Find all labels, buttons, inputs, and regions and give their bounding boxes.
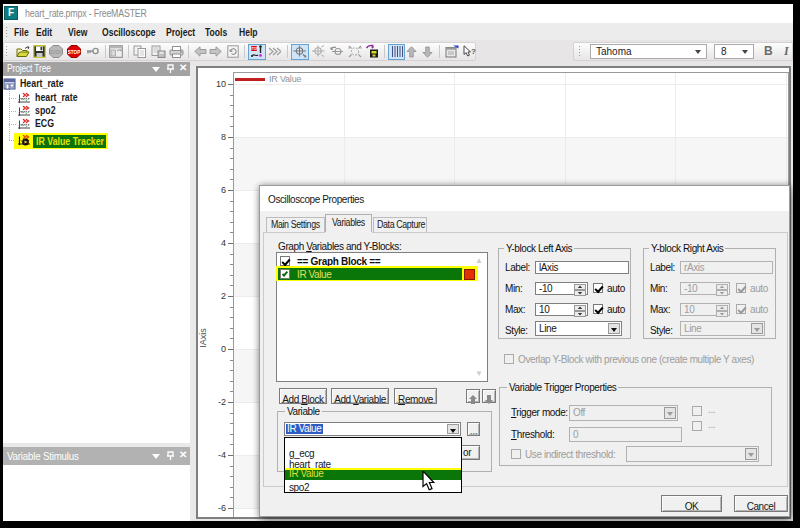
svg-text:x: x (360, 45, 362, 50)
svg-text:GO!: GO! (50, 49, 61, 55)
svg-text:STOP: STOP (68, 50, 80, 55)
svg-text:x: x (348, 45, 350, 50)
svg-text:?: ? (471, 47, 476, 56)
svg-text:STOP: STOP (250, 47, 259, 51)
svg-text:x: x (304, 54, 307, 59)
